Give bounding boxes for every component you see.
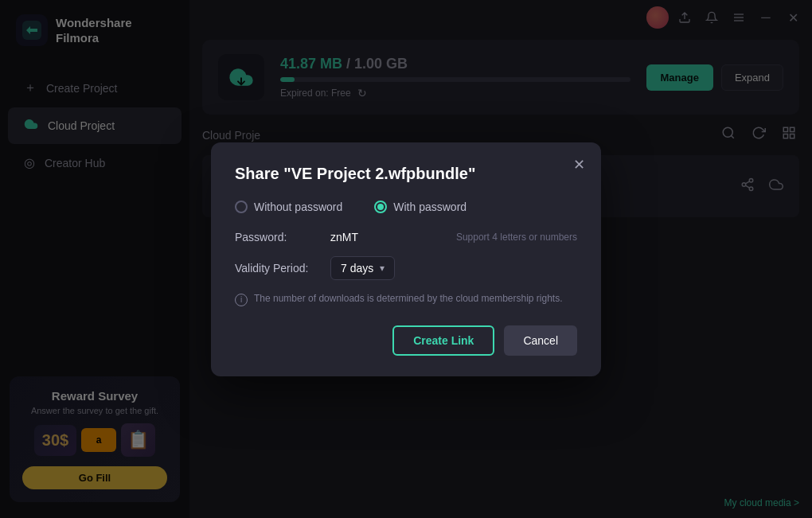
modal-buttons: Create Link Cancel (235, 325, 577, 356)
modal-title: Share "VE Project 2.wfpbundle" (235, 165, 577, 183)
validity-select[interactable]: 7 days ▾ (330, 256, 395, 280)
radio-inner (377, 204, 384, 210)
modal-radio-group: Without password With password (235, 201, 577, 213)
option-with-password[interactable]: With password (374, 201, 467, 213)
modal-close-button[interactable]: ✕ (568, 154, 590, 176)
modal-overlay: ✕ Share "VE Project 2.wfpbundle" Without… (0, 0, 812, 518)
password-field: Password: znMT Support 4 letters or numb… (235, 231, 577, 243)
create-link-button[interactable]: Create Link (392, 325, 494, 356)
info-icon: i (235, 294, 248, 306)
validity-field: Validity Period: 7 days ▾ (235, 256, 577, 280)
chevron-down-icon: ▾ (380, 263, 385, 274)
password-value: znMT (330, 231, 456, 243)
info-text: The number of downloads is determined by… (254, 293, 563, 304)
radio-no-password (235, 201, 248, 213)
share-modal: ✕ Share "VE Project 2.wfpbundle" Without… (211, 142, 601, 376)
cancel-button[interactable]: Cancel (504, 325, 577, 356)
info-row: i The number of downloads is determined … (235, 293, 577, 306)
option-no-password[interactable]: Without password (235, 201, 342, 213)
validity-label: Validity Period: (235, 262, 330, 275)
password-hint: Support 4 letters or numbers (456, 232, 577, 243)
password-label: Password: (235, 231, 330, 243)
radio-with-password (374, 201, 387, 213)
